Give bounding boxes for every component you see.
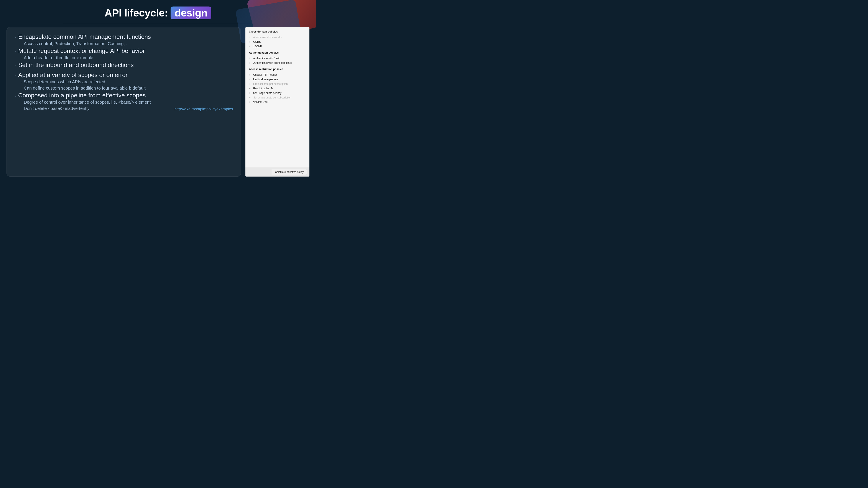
section-cross-domain: Cross domain policies + Allow cross doma… bbox=[249, 30, 306, 48]
right-panel: Cross domain policies + Allow cross doma… bbox=[245, 27, 309, 176]
section-access-restriction: Access restriction policies + Check HTTP… bbox=[249, 68, 306, 104]
policy-label-auth-basic: Authenticate with Basic bbox=[253, 57, 280, 60]
main-content: · Encapsulate common API management func… bbox=[0, 27, 316, 176]
bullet-dot-5: · bbox=[14, 93, 16, 99]
section-title-authentication: Authentication policies bbox=[249, 51, 306, 54]
bullet-sub-text-5-1: Degree of control over inheritance of sc… bbox=[24, 100, 151, 105]
bullet-main-1: · Encapsulate common API management func… bbox=[14, 33, 233, 40]
page-title: API lifecycle: design bbox=[0, 6, 316, 19]
policy-item-limit-rate-key[interactable]: + Limit call rate per key bbox=[249, 77, 306, 82]
plus-icon-auth-basic: + bbox=[249, 57, 252, 60]
bullet-dot-4: · bbox=[14, 72, 16, 78]
bullet-sub-text-4-1: Scope determines which APIs are affected bbox=[24, 79, 105, 85]
bullet-dot-1: · bbox=[14, 34, 16, 40]
policy-label-cors: CORS bbox=[253, 40, 261, 43]
bullet-dot-3: · bbox=[14, 62, 16, 69]
bullet-main-text-3: Set in the inbound and outbound directio… bbox=[18, 62, 134, 69]
left-panel: · Encapsulate common API management func… bbox=[6, 27, 241, 176]
bullet-sub-2-1: · Add a header or throttle for example bbox=[14, 55, 233, 60]
title-highlight: design bbox=[170, 6, 211, 19]
bullet-sub-text-2-1: Add a header or throttle for example bbox=[24, 55, 93, 60]
sub-dot-4-1: · bbox=[21, 80, 22, 85]
bullet-sub-text-1-1: Access control, Protection, Transformati… bbox=[24, 41, 129, 46]
plus-icon-restrict-ips: + bbox=[249, 87, 252, 90]
sub-dot-4-2: · bbox=[21, 87, 22, 91]
policy-panel: Cross domain policies + Allow cross doma… bbox=[245, 27, 309, 167]
bullet-item-4: · Applied at a variety of scopes or on e… bbox=[14, 72, 233, 91]
policy-label-restrict-ips: Restrict caller IPs bbox=[253, 87, 273, 90]
policy-item-allow-cross-domain[interactable]: + Allow cross domain calls bbox=[249, 35, 306, 39]
bullet-sub-4-2: · Can define custom scopes in addition t… bbox=[14, 86, 233, 91]
calc-button-area: Calculate effective policy bbox=[245, 167, 309, 176]
bullet-main-text-4: Applied at a variety of scopes or on err… bbox=[18, 72, 128, 78]
bullet-item-5: · Composed into a pipeline from effectiv… bbox=[14, 92, 233, 112]
bullet-main-4: · Applied at a variety of scopes or on e… bbox=[14, 72, 233, 78]
sub-dot-5-1: · bbox=[21, 101, 22, 105]
sub-dot-5-2: · bbox=[21, 107, 22, 111]
policy-item-auth-cert[interactable]: + Authenticate with client certificate bbox=[249, 61, 306, 65]
bullet-item-1: · Encapsulate common API management func… bbox=[14, 33, 233, 46]
policy-item-jsonp[interactable]: + JSONP bbox=[249, 44, 306, 48]
plus-icon-usage-quota-key: + bbox=[249, 91, 252, 95]
policy-label-limit-rate-sub: Limit call rate per subscription bbox=[253, 83, 288, 86]
bullet-main-text-1: Encapsulate common API management functi… bbox=[18, 33, 151, 40]
policy-item-restrict-ips[interactable]: + Restrict caller IPs bbox=[249, 86, 306, 91]
section-authentication: Authentication policies + Authenticate w… bbox=[249, 51, 306, 65]
plus-icon-check-http: + bbox=[249, 73, 252, 76]
sub-dot-1-1: · bbox=[21, 42, 22, 46]
bullet-main-2: · Mutate request context or change API b… bbox=[14, 47, 233, 55]
bullet-main-text-5: Composed into a pipeline from effective … bbox=[18, 92, 146, 99]
policy-item-cors[interactable]: + CORS bbox=[249, 39, 306, 44]
plus-icon-jsonp: + bbox=[249, 45, 252, 48]
policy-label-allow-cross-domain: Allow cross domain calls bbox=[253, 36, 282, 39]
sub-dot-2-1: · bbox=[21, 56, 22, 60]
bullet-item-2: · Mutate request context or change API b… bbox=[14, 47, 233, 60]
bullet-sub-text-5-2: Don't delete <base/> inadvertently bbox=[24, 106, 89, 111]
plus-icon-validate-jwt: + bbox=[249, 100, 252, 104]
policy-label-usage-quota-key: Set usage quota per key bbox=[253, 92, 281, 95]
calculate-effective-policy-button[interactable]: Calculate effective policy bbox=[272, 169, 307, 175]
plus-icon-auth-cert: + bbox=[249, 61, 252, 64]
policy-label-check-http: Check HTTP header bbox=[253, 73, 277, 76]
bullet-main-text-2: Mutate request context or change API beh… bbox=[18, 47, 145, 55]
policy-label-usage-quota-sub: Set usage quota per subscription bbox=[253, 96, 291, 99]
bullet-main-5: · Composed into a pipeline from effectiv… bbox=[14, 92, 233, 99]
section-divider bbox=[63, 24, 253, 24]
policy-item-limit-rate-sub[interactable]: + Limit call rate per subscription bbox=[249, 82, 306, 86]
title-prefix: API lifecycle: bbox=[104, 7, 171, 19]
bullet-sub-1-1: · Access control, Protection, Transforma… bbox=[14, 41, 233, 46]
bullet-sub-text-4-2: Can define custom scopes in addition to … bbox=[24, 86, 145, 91]
policy-label-limit-rate-key: Limit call rate per key bbox=[253, 78, 278, 81]
bullet-item-3: · Set in the inbound and outbound direct… bbox=[14, 62, 233, 69]
section-title-cross-domain: Cross domain policies bbox=[249, 30, 306, 33]
policy-item-usage-quota-sub[interactable]: + Set usage quota per subscription bbox=[249, 95, 306, 100]
plus-icon-cors: + bbox=[249, 40, 252, 43]
policy-item-validate-jwt[interactable]: + Validate JWT bbox=[249, 100, 306, 104]
plus-icon-limit-rate-key: + bbox=[249, 78, 252, 81]
plus-icon-allow-cross-domain: + bbox=[249, 36, 252, 39]
policy-label-validate-jwt: Validate JWT bbox=[253, 101, 269, 104]
policy-label-jsonp: JSONP bbox=[253, 45, 262, 48]
policy-item-usage-quota-key[interactable]: + Set usage quota per key bbox=[249, 91, 306, 95]
plus-icon-limit-rate-sub: + bbox=[249, 82, 252, 86]
bullet-main-3: · Set in the inbound and outbound direct… bbox=[14, 62, 233, 69]
bullet-dot-2: · bbox=[14, 48, 16, 55]
policy-label-auth-cert: Authenticate with client certificate bbox=[253, 61, 292, 64]
section-title-access-restriction: Access restriction policies bbox=[249, 68, 306, 71]
plus-icon-usage-quota-sub: + bbox=[249, 96, 252, 99]
bullet-sub-5-2: · Don't delete <base/> inadvertently bbox=[14, 106, 172, 111]
policy-item-auth-basic[interactable]: + Authenticate with Basic bbox=[249, 56, 306, 61]
title-area: API lifecycle: design bbox=[0, 0, 316, 19]
bullet-sub-4-1: · Scope determines which APIs are affect… bbox=[14, 79, 233, 85]
policy-examples-link[interactable]: http://aka.ms/apimpolicyexamples bbox=[175, 107, 233, 111]
bullet-sub-5-1: · Degree of control over inheritance of … bbox=[14, 100, 233, 105]
policy-item-check-http[interactable]: + Check HTTP header bbox=[249, 72, 306, 77]
